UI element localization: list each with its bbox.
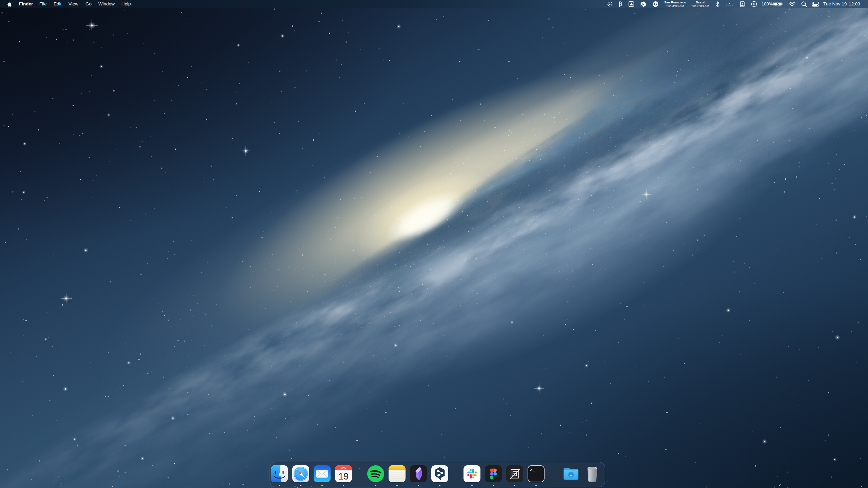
svg-text:NOV: NOV [341,467,347,470]
svg-text:>_: >_ [530,468,535,472]
svg-text:G: G [654,2,657,6]
svg-text:19: 19 [338,471,349,482]
